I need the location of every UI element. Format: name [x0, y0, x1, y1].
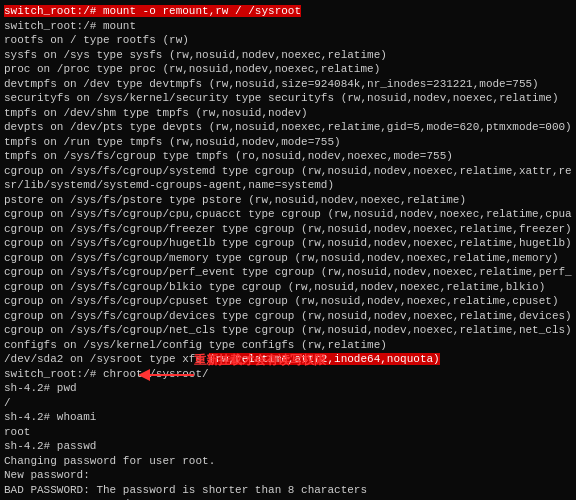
cmd-line-1: switch_root:/# mount -o remount,rw / /sy… [4, 4, 572, 19]
line-pwd-result: / [4, 396, 572, 411]
annotation-text: 重新挂载才会有读写权限 [194, 354, 326, 368]
line-whoami-cmd: sh-4.2# whoami [4, 410, 572, 425]
line-cgroup-cpuset: cgroup on /sys/fs/cgroup/cpuset type cgr… [4, 294, 572, 309]
line-configfs: configfs on /sys/kernel/config type conf… [4, 338, 572, 353]
line-pstore: pstore on /sys/fs/pstore type pstore (rw… [4, 193, 572, 208]
line-cgroup-memory: cgroup on /sys/fs/cgroup/memory type cgr… [4, 251, 572, 266]
terminal-window: switch_root:/# mount -o remount,rw / /sy… [0, 0, 576, 500]
line-proc: proc on /proc type proc (rw,nosuid,nodev… [4, 62, 572, 77]
line-cgroup-systemd: cgroup on /sys/fs/cgroup/systemd type cg… [4, 164, 572, 179]
line-cgroup-hugetlb: cgroup on /sys/fs/cgroup/hugetlb type cg… [4, 236, 572, 251]
line-cgroup-devices: cgroup on /sys/fs/cgroup/devices type cg… [4, 309, 572, 324]
line-whoami-result: root [4, 425, 572, 440]
line-cgroup-blkio: cgroup on /sys/fs/cgroup/blkio type cgro… [4, 280, 572, 295]
line-mount: switch_root:/# mount [4, 19, 572, 34]
line-sysfs: sysfs on /sys type sysfs (rw,nosuid,node… [4, 48, 572, 63]
line-tmpfs-run: tmpfs on /run type tmpfs (rw,nosuid,node… [4, 135, 572, 150]
line-devtmpfs: devtmpfs on /dev type devtmpfs (rw,nosui… [4, 77, 572, 92]
annotation-container: 重新挂载才会有读写权限 [194, 352, 326, 369]
line-new-password: New password: [4, 468, 572, 483]
line-cgroup-perf: cgroup on /sys/fs/cgroup/perf_event type… [4, 265, 572, 280]
line-cgroup-net: cgroup on /sys/fs/cgroup/net_cls type cg… [4, 323, 572, 338]
line-tmpfs-cgroup: tmpfs on /sys/fs/cgroup type tmpfs (ro,n… [4, 149, 572, 164]
line-securityfs: securityfs on /sys/kernel/security type … [4, 91, 572, 106]
line-bad-password: BAD PASSWORD: The password is shorter th… [4, 483, 572, 498]
line-tmpfs-shm: tmpfs on /dev/shm type tmpfs (rw,nosuid,… [4, 106, 572, 121]
mount-cmd-highlight: switch_root:/# mount -o remount,rw / /sy… [4, 5, 301, 17]
line-pwd-cmd: sh-4.2# pwd [4, 381, 572, 396]
line-cgroup-freezer: cgroup on /sys/fs/cgroup/freezer type cg… [4, 222, 572, 237]
line-cgroup-systemd2: sr/lib/systemd/systemd-cgroups-agent,nam… [4, 178, 572, 193]
line-passwd-cmd: sh-4.2# passwd [4, 439, 572, 454]
annotation-arrow [139, 360, 199, 390]
line-cgroup-cpu: cgroup on /sys/fs/cgroup/cpu,cpuacct typ… [4, 207, 572, 222]
line-rootfs: rootfs on / type rootfs (rw) [4, 33, 572, 48]
line-changing-pwd: Changing password for user root. [4, 454, 572, 469]
line-devpts: devpts on /dev/pts type devpts (rw,nosui… [4, 120, 572, 135]
